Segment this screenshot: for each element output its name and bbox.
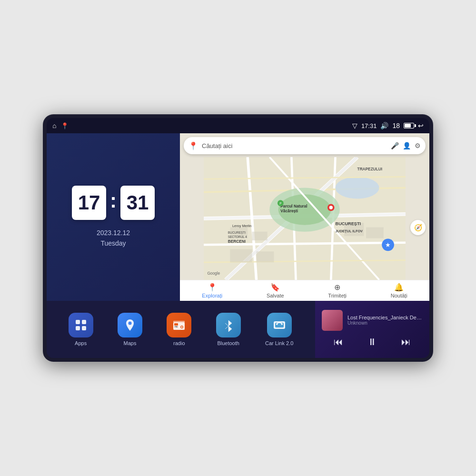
- svg-text:BERCENI: BERCENI: [228, 239, 246, 244]
- clock-panel: 17 : 31 2023.12.12 Tuesday: [47, 133, 180, 301]
- apps-icon-wrapper: [69, 313, 93, 337]
- radio-icon-wrapper: FM: [167, 313, 191, 337]
- map-nav-saved[interactable]: 🔖 Salvate: [267, 283, 284, 298]
- svg-text:BUCUREȘTI: BUCUREȘTI: [228, 231, 246, 235]
- profile-icon[interactable]: 👤: [403, 142, 411, 149]
- battery-icon: [404, 123, 414, 129]
- signal-icon: ▽: [352, 122, 357, 129]
- play-pause-button[interactable]: ⏸: [362, 335, 383, 349]
- main-content: 17 : 31 2023.12.12 Tuesday 📍 Căutați aic…: [47, 133, 429, 358]
- clock-minutes: 31: [120, 186, 155, 220]
- home-icon[interactable]: ⌂: [52, 122, 56, 129]
- volume-icon: 🔊: [380, 122, 388, 129]
- settings-circle-icon[interactable]: ⚙: [415, 142, 421, 149]
- app-icons-panel: Apps Maps: [47, 301, 315, 358]
- svg-rect-40: [76, 326, 80, 330]
- map-search-pin-icon: 📍: [188, 141, 198, 150]
- svg-point-23: [329, 206, 333, 209]
- svg-text:SECTORUL 4: SECTORUL 4: [228, 235, 247, 238]
- mic-icon[interactable]: 🎤: [391, 142, 399, 149]
- car-display: ⌂ 📍 ▽ 17:31 🔊 18 ↩ 17: [43, 114, 433, 362]
- music-panel: Lost Frequencies_Janieck Devy-... Unknow…: [315, 301, 429, 358]
- radio-icon: FM: [171, 317, 187, 333]
- explore-icon: 📍: [208, 283, 217, 292]
- svg-text:Google: Google: [207, 271, 220, 276]
- maps-label: Maps: [124, 340, 137, 346]
- svg-rect-48: [173, 321, 185, 323]
- explore-label: Explorați: [202, 293, 222, 298]
- svg-text:Văcărești: Văcărești: [280, 208, 298, 213]
- screen: ⌂ 📍 ▽ 17:31 🔊 18 ↩ 17: [47, 118, 429, 358]
- status-time: 17:31: [361, 122, 377, 129]
- bluetooth-icon-wrapper: [216, 313, 241, 337]
- bottom-section: Apps Maps: [47, 301, 429, 358]
- carlink-icon: [272, 317, 287, 333]
- map-nav-news[interactable]: 🔔 Noutăți: [391, 283, 407, 298]
- svg-point-12: [336, 177, 379, 198]
- send-label: Trimiteți: [328, 293, 347, 298]
- clock-hours: 17: [72, 186, 106, 220]
- svg-rect-38: [76, 320, 80, 324]
- send-icon: ⊕: [334, 283, 340, 292]
- music-thumbnail-inner: [322, 310, 343, 331]
- status-bar: ⌂ 📍 ▽ 17:31 🔊 18 ↩: [47, 118, 429, 133]
- svg-point-52: [281, 324, 282, 325]
- map-search-bar[interactable]: 📍 Căutați aici 🎤 👤 ⚙: [184, 137, 426, 154]
- music-info: Lost Frequencies_Janieck Devy-... Unknow…: [322, 310, 423, 331]
- svg-point-46: [181, 327, 183, 328]
- map-svg: ★ TRAPEZULUI Parcul Natural Văcărești BU…: [180, 157, 429, 280]
- svg-rect-19: [366, 227, 384, 238]
- map-panel[interactable]: 📍 Căutați aici 🎤 👤 ⚙: [180, 133, 429, 301]
- prev-button[interactable]: ⏮: [328, 335, 349, 349]
- map-search-icons: 🎤 👤 ⚙: [391, 142, 421, 149]
- svg-rect-41: [82, 326, 86, 330]
- saved-label: Salvate: [267, 293, 284, 298]
- app-icon-apps[interactable]: Apps: [69, 313, 93, 346]
- music-title: Lost Frequencies_Janieck Devy-...: [347, 315, 423, 320]
- map-area: ★ TRAPEZULUI Parcul Natural Văcărești BU…: [180, 157, 429, 280]
- map-search-input[interactable]: Căutați aici: [202, 142, 387, 149]
- svg-point-51: [276, 324, 278, 325]
- clock-separator: :: [110, 191, 117, 211]
- svg-point-42: [128, 322, 131, 325]
- carlink-label: Car Link 2.0: [265, 340, 293, 346]
- volume-level: 18: [392, 122, 400, 129]
- svg-text:Parcul Natural: Parcul Natural: [280, 204, 307, 208]
- svg-text:P: P: [279, 202, 281, 205]
- app-icon-radio[interactable]: FM radio: [167, 313, 191, 346]
- saved-icon: 🔖: [270, 283, 280, 292]
- carlink-icon-wrapper: [267, 313, 292, 337]
- clock-day-value: Tuesday: [97, 238, 130, 248]
- apps-icon: [74, 318, 88, 332]
- music-thumbnail: [322, 310, 343, 331]
- svg-text:★: ★: [385, 241, 391, 248]
- maps-icon-wrapper: [118, 313, 142, 337]
- clock-date: 2023.12.12 Tuesday: [97, 228, 130, 249]
- status-bar-right: ▽ 17:31 🔊 18 ↩: [352, 122, 424, 129]
- app-icon-bluetooth[interactable]: Bluetooth: [216, 313, 241, 346]
- bluetooth-icon: [221, 318, 236, 332]
- top-section: 17 : 31 2023.12.12 Tuesday 📍 Căutați aic…: [47, 133, 429, 301]
- radio-label: radio: [173, 340, 185, 346]
- svg-rect-17: [252, 232, 267, 240]
- app-icon-carlink[interactable]: Car Link 2.0: [265, 313, 293, 346]
- music-controls: ⏮ ⏸ ⏭: [322, 335, 423, 349]
- map-compass-button[interactable]: 🧭: [410, 220, 426, 235]
- svg-text:TRAPEZULUI: TRAPEZULUI: [357, 167, 382, 171]
- map-nav-send[interactable]: ⊕ Trimiteți: [328, 283, 347, 298]
- maps-status-icon[interactable]: 📍: [61, 122, 69, 129]
- map-nav-explore[interactable]: 📍 Explorați: [202, 283, 222, 298]
- svg-text:BUCUREȘTI: BUCUREȘTI: [336, 221, 361, 226]
- map-bottom-bar: 📍 Explorați 🔖 Salvate ⊕ Trimiteți 🔔: [180, 280, 429, 301]
- clock-display: 17 : 31: [72, 186, 155, 220]
- app-icon-maps[interactable]: Maps: [118, 313, 142, 346]
- bluetooth-label: Bluetooth: [217, 340, 239, 346]
- music-text: Lost Frequencies_Janieck Devy-... Unknow…: [347, 315, 423, 326]
- next-button[interactable]: ⏭: [396, 335, 416, 349]
- svg-text:Leroy Merlin: Leroy Merlin: [232, 224, 252, 228]
- svg-text:JUDEȚUL ILFOV: JUDEȚUL ILFOV: [336, 229, 363, 233]
- news-icon: 🔔: [394, 283, 404, 292]
- clock-date-value: 2023.12.12: [97, 228, 130, 238]
- back-icon[interactable]: ↩: [418, 122, 424, 129]
- svg-rect-20: [230, 249, 252, 263]
